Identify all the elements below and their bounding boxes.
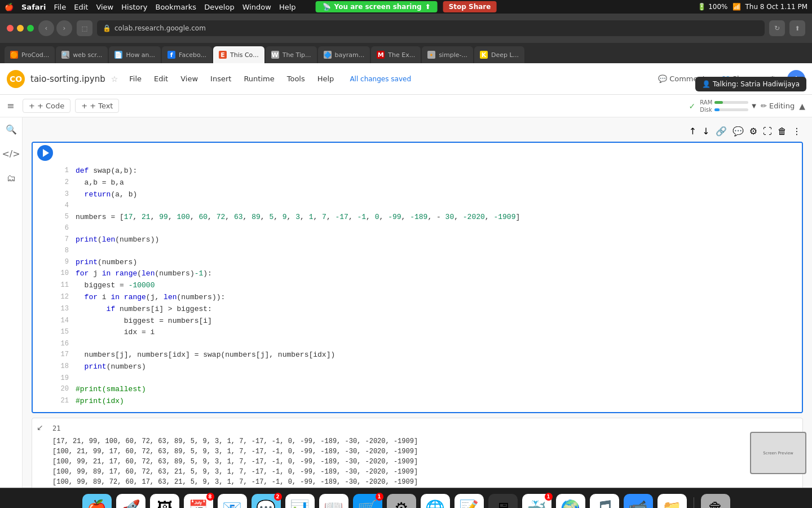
run-button[interactable]: [37, 145, 53, 161]
dock-item-notes[interactable]: 📝: [454, 494, 484, 509]
line-code[interactable]: #print(idx): [76, 396, 124, 408]
output-text: [17, 21, 99, 100, 60, 72, 63, 89, 5, 9, …: [37, 436, 798, 488]
line-code[interactable]: for j in range(len(numbers)-1):: [76, 268, 212, 280]
menu-edit[interactable]: Edit: [148, 72, 174, 85]
browser-tab-9[interactable]: KDeep L...: [474, 46, 524, 63]
dock-item-calendar[interactable]: 📅8: [184, 494, 213, 509]
dropdown-icon[interactable]: ▼: [752, 103, 756, 109]
back-button[interactable]: ‹: [38, 20, 54, 36]
dock-item-launchpad[interactable]: 🚀: [116, 494, 145, 509]
develop-menu[interactable]: Develop: [204, 3, 235, 11]
bookmarks-menu[interactable]: Bookmarks: [156, 3, 197, 11]
dock-item-mail[interactable]: 📧: [218, 494, 247, 509]
add-text-button[interactable]: + + Text: [75, 99, 119, 113]
sidebar-files-icon[interactable]: 🗂: [5, 170, 18, 186]
dock-item-terminal[interactable]: 🖥: [488, 494, 518, 509]
view-menu[interactable]: View: [96, 3, 113, 11]
dock-item-chrome[interactable]: 🌍: [556, 494, 585, 509]
dock-item-messages[interactable]: 💬2: [251, 494, 281, 509]
browser-tab-6[interactable]: 🔷bayram...: [318, 46, 370, 63]
dock-item-trash[interactable]: 🗑: [701, 494, 730, 509]
dock-item-safari[interactable]: 🌐: [421, 494, 450, 509]
line-code[interactable]: numbers[j], numbers[idx] = swap(numbers[…: [76, 349, 335, 361]
expand-icon[interactable]: ⛶: [761, 124, 774, 138]
code-line: 11 biggest = -10000: [58, 280, 797, 292]
dock-item-keynote[interactable]: 📊: [285, 494, 315, 509]
minimize-button[interactable]: [17, 25, 24, 32]
dock-item-photos[interactable]: 🖼: [150, 494, 179, 509]
browser-tab-4[interactable]: EThis Co...: [213, 46, 264, 63]
menubar: 🍎 Safari File Edit View History Bookmark…: [0, 0, 812, 14]
menu-view[interactable]: View: [175, 72, 204, 85]
star-icon[interactable]: ☆: [111, 75, 118, 84]
menu-toggle[interactable]: ≡: [7, 100, 18, 111]
reload-button[interactable]: ↻: [769, 20, 785, 36]
browser-tab-2[interactable]: 📄How an...: [109, 46, 161, 63]
window-menu[interactable]: Window: [242, 3, 271, 11]
help-menu[interactable]: Help: [279, 3, 296, 11]
dock-item-books[interactable]: 📖: [319, 494, 348, 509]
more-icon[interactable]: ⋮: [791, 124, 803, 138]
dock-item-music[interactable]: 🎵: [590, 494, 619, 509]
menu-tools[interactable]: Tools: [281, 72, 311, 85]
link-icon[interactable]: 🔗: [714, 124, 729, 138]
line-code[interactable]: a,b = b,a: [76, 177, 124, 189]
screen-sharing-banner: 📡 You are screen sharing ⬆: [316, 1, 438, 12]
menu-insert[interactable]: Insert: [205, 72, 237, 85]
dock-item-settings[interactable]: ⚙️: [387, 494, 416, 509]
menu-help[interactable]: Help: [312, 72, 340, 85]
menu-runtime[interactable]: Runtime: [238, 72, 280, 85]
browser-tab-8[interactable]: 🔸simple-...: [422, 46, 473, 63]
line-code[interactable]: print(len(numbers)): [76, 234, 159, 246]
url-bar[interactable]: 🔒 colab.research.google.com: [97, 20, 765, 36]
line-code[interactable]: if numbers[i] > biggest:: [76, 304, 212, 316]
code-content[interactable]: 1def swap(a,b):2 a,b = b,a3 return(a, b)…: [33, 163, 802, 412]
edit-menu[interactable]: Edit: [74, 3, 88, 11]
browser-tab-1[interactable]: 🔍web scr...: [56, 46, 108, 63]
comment-cell-icon[interactable]: 💬: [731, 124, 745, 138]
collapse-icon[interactable]: ▲: [799, 102, 805, 111]
line-code[interactable]: def swap(a,b):: [76, 165, 137, 177]
line-code[interactable]: return(a, b): [76, 189, 137, 201]
move-up-icon[interactable]: ↑: [687, 124, 698, 138]
line-number: 12: [58, 292, 69, 304]
apple-icon[interactable]: 🍎: [5, 3, 14, 11]
browser-tab-0[interactable]: 🟠ProCod...: [5, 46, 55, 63]
dock-item-zoom[interactable]: 📹: [624, 494, 653, 509]
add-code-button[interactable]: + + Code: [23, 99, 70, 113]
browser-tab-5[interactable]: WThe Tip...: [266, 46, 317, 63]
line-code[interactable]: biggest = numbers[i]: [76, 316, 212, 327]
delete-icon[interactable]: 🗑: [776, 124, 788, 138]
line-code[interactable]: idx = i: [76, 327, 155, 339]
line-code[interactable]: print(numbers): [76, 361, 146, 373]
line-code[interactable]: print(numbers): [76, 257, 137, 269]
menu-file[interactable]: File: [123, 72, 147, 85]
file-menu[interactable]: File: [54, 3, 66, 11]
line-code[interactable]: biggest = -10000: [76, 280, 155, 292]
stop-share-button[interactable]: Stop Share: [443, 1, 497, 12]
share-button[interactable]: ⬆: [789, 20, 805, 36]
line-code[interactable]: #print(smallest): [76, 384, 146, 396]
play-icon: [43, 149, 49, 157]
maximize-button[interactable]: [27, 25, 34, 32]
sidebar-code-icon[interactable]: </>: [0, 146, 23, 161]
forward-button[interactable]: ›: [56, 20, 72, 36]
line-code[interactable]: numbers = [17, 21, 99, 100, 60, 72, 63, …: [76, 212, 520, 224]
sidebar-search-icon[interactable]: 🔍: [3, 122, 19, 137]
dock-item-files[interactable]: 📁: [657, 494, 687, 509]
settings-cell-icon[interactable]: ⚙: [748, 124, 759, 138]
sidebar-toggle[interactable]: ⬚: [77, 20, 92, 36]
output-expand-icon[interactable]: ↙: [37, 423, 48, 434]
tab-label-8: simple-...: [439, 51, 467, 59]
browser-tab-3[interactable]: fFacebo...: [162, 46, 212, 63]
history-menu[interactable]: History: [121, 3, 147, 11]
dock-item-appstore[interactable]: 🛒1: [353, 494, 382, 509]
dock-item-docker[interactable]: 🐳1: [522, 494, 551, 509]
line-code[interactable]: for i in range(j, len(numbers)):: [76, 292, 225, 304]
check-icon: ✓: [689, 102, 696, 111]
safari-menu[interactable]: Safari: [21, 3, 46, 11]
dock-item-finder[interactable]: 🍎: [82, 494, 112, 509]
move-down-icon[interactable]: ↓: [700, 124, 711, 138]
browser-tab-7[interactable]: MThe Ex...: [371, 46, 421, 63]
close-button[interactable]: [7, 25, 14, 32]
